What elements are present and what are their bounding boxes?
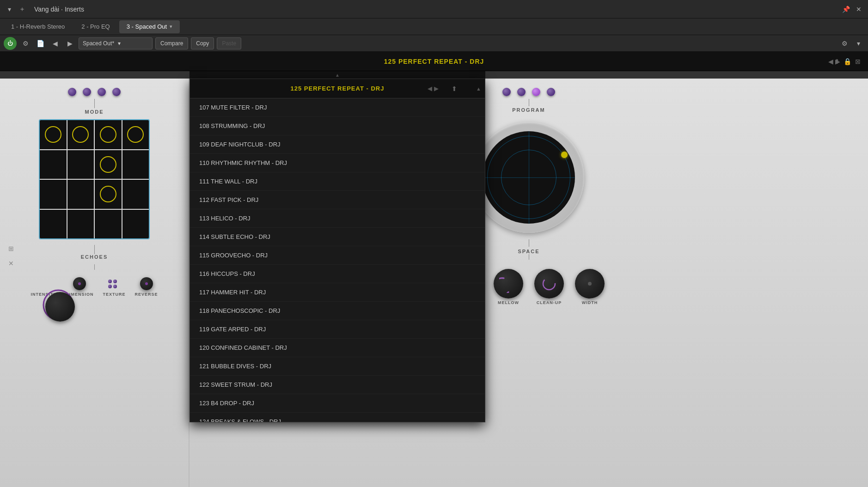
dropdown-prev-arrow[interactable]: ◀	[428, 85, 432, 92]
preset-item-117[interactable]: 117 HAMMER HIT - DRJ	[190, 283, 485, 302]
echoes-sub-indicator	[94, 264, 95, 270]
tab-3[interactable]: 3 - Spaced Out ▾	[119, 20, 180, 33]
grid-cell-3-0[interactable]	[40, 210, 67, 239]
tab-dropdown-arrow[interactable]: ▾	[170, 24, 172, 30]
prev-button[interactable]: ◀	[49, 37, 61, 49]
close-button[interactable]: ✕	[854, 5, 863, 14]
preset-item-122[interactable]: 122 SWEET STRUM - DRJ	[190, 376, 485, 394]
space-label: SPACE	[518, 249, 539, 254]
resize-icon[interactable]: ⊠	[855, 58, 861, 65]
preset-item-118[interactable]: 118 PANECHOSCOPIC - DRJ	[190, 302, 485, 320]
upload-icon[interactable]: ⬆	[834, 58, 840, 65]
echoes-indicator	[94, 245, 95, 254]
dropdown-scroll-arrow[interactable]: ▲	[472, 86, 485, 91]
doc-button[interactable]: 📄	[34, 37, 46, 49]
space-sub-line	[529, 254, 529, 260]
compare-button[interactable]: Compare	[155, 37, 188, 49]
copy-button[interactable]: Copy	[191, 37, 214, 49]
prev-preset-button[interactable]: ◀	[828, 58, 833, 65]
cleanup-knob[interactable]	[534, 269, 564, 298]
preset-item-119[interactable]: 119 GATE ARPED - DRJ	[190, 320, 485, 339]
pin-button[interactable]: 📌	[841, 5, 850, 14]
dropdown-upload-icon[interactable]: ⬆	[452, 85, 457, 92]
grid-cell-3-3[interactable]	[122, 210, 149, 239]
program-dot-2[interactable]	[517, 88, 526, 96]
grid-cell-2-1[interactable]	[67, 180, 94, 209]
echoes-grid[interactable]	[39, 119, 150, 239]
grid-icon[interactable]: ⊞	[8, 245, 14, 252]
dropdown-menu-button[interactable]: ▾	[5, 5, 14, 14]
dropdown-next-arrow[interactable]: ▶	[434, 85, 439, 92]
preset-selector[interactable]: Spaced Out* ▾	[79, 37, 153, 49]
preset-item-113[interactable]: 113 HELICO - DRJ	[190, 209, 485, 228]
plugin-area: 125 PERFECT REPEAT - DRJ ◀ ▶ ⬆ 🔒 ⊠ ▲ MOD…	[0, 52, 868, 487]
preset-item-107[interactable]: 107 MUTE FILTER - DRJ	[190, 98, 485, 117]
mode-dots	[68, 88, 121, 96]
svg-point-0	[543, 278, 555, 290]
scroll-up-arrow[interactable]: ▲	[335, 73, 340, 78]
preset-item-116[interactable]: 116 HICCUPS - DRJ	[190, 265, 485, 283]
mode-dot-1[interactable]	[68, 88, 76, 96]
preset-item-112[interactable]: 112 FAST PICK - DRJ	[190, 191, 485, 209]
midi-button[interactable]: ⚙	[19, 37, 31, 49]
preset-dropdown-arrow: ▾	[118, 40, 121, 47]
grid-cell-2-2[interactable]	[95, 180, 122, 209]
mellow-knob[interactable]	[494, 269, 523, 298]
mode-dot-4[interactable]	[112, 88, 121, 96]
radar-position-dot[interactable]	[561, 152, 568, 158]
lock-icon[interactable]: 🔒	[844, 58, 851, 65]
radar-inner	[483, 131, 575, 224]
grid-cell-1-1[interactable]	[67, 150, 94, 179]
mode-dot-3[interactable]	[98, 88, 106, 96]
program-dot-3[interactable]	[532, 88, 540, 96]
dimension-knob[interactable]	[73, 277, 86, 290]
next-button[interactable]: ▶	[64, 37, 76, 49]
mellow-arc-svg	[499, 274, 518, 293]
settings-area: ⚙ ▾	[838, 37, 864, 49]
preset-item-111[interactable]: 111 THE WALL - DRJ	[190, 172, 485, 191]
preset-item-124[interactable]: 124 BREAKS & FLOWS - DRJ	[190, 413, 485, 422]
power-button[interactable]: ⏻	[4, 37, 17, 50]
tab-bar: 1 - H-Reverb Stereo 2 - Pro EQ 3 - Space…	[0, 18, 868, 35]
preset-item-120[interactable]: 120 CONFINED CABINET - DRJ	[190, 339, 485, 357]
preset-item-115[interactable]: 115 GROOVECHO - DRJ	[190, 246, 485, 265]
reverse-knob[interactable]	[140, 277, 153, 290]
paste-button[interactable]: Paste	[217, 37, 241, 49]
intensity-knob[interactable]	[45, 292, 75, 322]
preset-item-123[interactable]: 123 B4 DROP - DRJ	[190, 394, 485, 413]
tab-2[interactable]: 2 - Pro EQ	[74, 20, 117, 33]
add-button[interactable]: ＋	[18, 5, 27, 14]
preset-item-110[interactable]: 110 RHYTHMIC RHYTHM - DRJ	[190, 154, 485, 172]
width-knob-container: WIDTH	[575, 269, 605, 305]
grid-cell-1-0[interactable]	[40, 150, 67, 179]
settings-dropdown[interactable]: ▾	[852, 37, 864, 49]
grid-cell-0-3[interactable]	[122, 120, 149, 149]
width-knob[interactable]	[575, 269, 605, 298]
preset-dropdown: 125 PERFECT REPEAT - DRJ ◀ ▶ ⬆ ▲ 107 MUT…	[189, 79, 485, 422]
grid-cell-3-2[interactable]	[95, 210, 122, 239]
grid-cell-0-0[interactable]	[40, 120, 67, 149]
plugin-content: MODE	[0, 79, 868, 487]
preset-item-108[interactable]: 108 STRUMMING - DRJ	[190, 117, 485, 135]
settings-icon[interactable]: ⚙	[838, 37, 850, 49]
program-dot-4[interactable]	[547, 88, 555, 96]
space-knob-container[interactable]	[473, 122, 584, 233]
grid-cell-2-0[interactable]	[40, 180, 67, 209]
close-small-icon[interactable]: ✕	[8, 260, 14, 267]
preset-item-114[interactable]: 114 SUBTLE ECHO - DRJ	[190, 228, 485, 246]
preset-list[interactable]: 107 MUTE FILTER - DRJ 108 STRUMMING - DR…	[190, 98, 485, 422]
mode-dot-2[interactable]	[83, 88, 91, 96]
grid-cell-2-3[interactable]	[122, 180, 149, 209]
grid-cell-1-2[interactable]	[95, 150, 122, 179]
grid-cell-3-1[interactable]	[67, 210, 94, 239]
preset-item-109[interactable]: 109 DEAF NIGHTCLUB - DRJ	[190, 135, 485, 154]
tab-1[interactable]: 1 - H-Reverb Stereo	[4, 20, 72, 33]
grid-cell-0-2[interactable]	[95, 120, 122, 149]
title-bar-right: 📌 ✕	[841, 5, 863, 14]
grid-cell-0-1[interactable]	[67, 120, 94, 149]
preset-item-121[interactable]: 121 BUBBLE DIVES - DRJ	[190, 357, 485, 376]
title-bar-left: ▾ ＋ Vang dài · Inserts	[5, 5, 84, 14]
grid-cell-1-3[interactable]	[122, 150, 149, 179]
program-dot-1[interactable]	[502, 88, 511, 96]
dropdown-header: 125 PERFECT REPEAT - DRJ ◀ ▶ ⬆ ▲	[190, 79, 485, 98]
